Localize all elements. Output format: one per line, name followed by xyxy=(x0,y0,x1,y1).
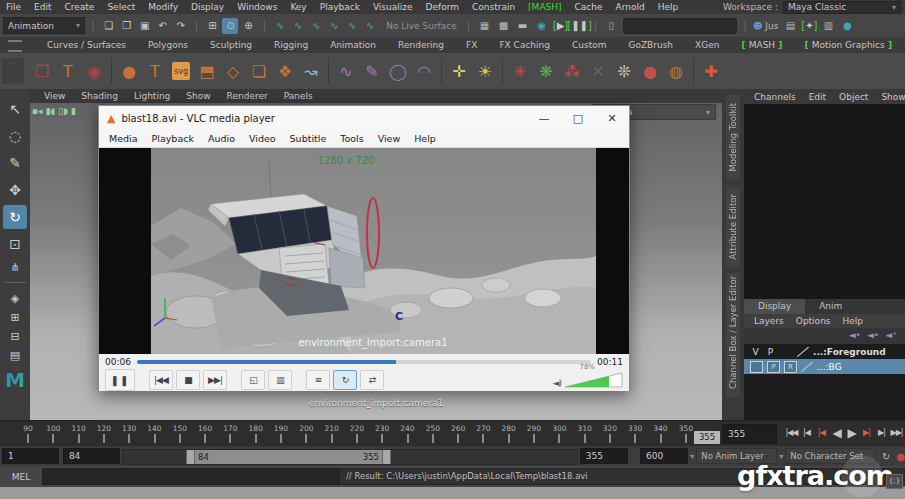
menu-help[interactable]: Help xyxy=(658,2,679,12)
vlc-menu-audio[interactable]: Audio xyxy=(208,133,235,144)
construction-history-icon[interactable]: ∿ xyxy=(344,18,360,34)
menu-select[interactable]: Select xyxy=(107,2,135,12)
shelf-tab-rendering[interactable]: Rendering xyxy=(387,40,455,50)
timeline-tick[interactable]: 340 xyxy=(649,424,673,443)
playback-toggle[interactable]: P xyxy=(767,361,780,373)
timeline-tick[interactable]: 330 xyxy=(623,424,647,443)
layer-color-swatch[interactable] xyxy=(801,362,813,372)
channel-menu-channels[interactable]: Channels xyxy=(754,92,796,102)
next-button[interactable]: ▶▶| xyxy=(203,370,227,390)
viewport-menu-view[interactable]: View xyxy=(44,91,65,101)
menu-constrain[interactable]: Constrain xyxy=(472,2,515,12)
sidebar-tab-modeling-toolkit[interactable]: Modeling Toolkit xyxy=(726,95,740,180)
workspace-dropdown[interactable]: Maya Classic▾ xyxy=(783,1,901,14)
ipr-render-icon[interactable]: ▬ xyxy=(515,18,531,34)
timeline-tick[interactable]: 250 xyxy=(421,424,445,443)
step-back-frame-button[interactable]: |◀ xyxy=(800,424,813,441)
vlc-menu-help[interactable]: Help xyxy=(414,133,436,144)
new-scene-icon[interactable]: ❏ xyxy=(101,18,117,34)
mel-command-input[interactable] xyxy=(42,468,339,485)
menu-visualize[interactable]: Visualize xyxy=(373,2,413,12)
vlc-titlebar[interactable]: ▲ blast18.avi - VLC media player — □ ✕ xyxy=(99,106,629,130)
hypershade-icon[interactable]: ● xyxy=(839,18,855,34)
menu-key[interactable]: Key xyxy=(290,2,306,12)
user-account[interactable]: ☻Jus xyxy=(753,21,778,31)
wave-deformer-icon[interactable]: ∿ xyxy=(334,58,358,84)
move-tool[interactable]: ✥ xyxy=(3,178,27,202)
snap-to-point-icon[interactable]: ⊕ xyxy=(240,18,256,34)
menu-modify[interactable]: Modify xyxy=(148,2,178,12)
vlc-menu-subtitle[interactable]: Subtitle xyxy=(290,133,327,144)
timeline-tick[interactable]: 180 xyxy=(244,424,268,443)
timeline-tick[interactable]: 280 xyxy=(497,424,521,443)
list-icon[interactable]: ▥ xyxy=(820,18,836,34)
quick-select-field[interactable] xyxy=(623,18,737,34)
move-layer-up-icon[interactable]: ◄‣ xyxy=(849,330,861,344)
layer-tab-display[interactable]: Display xyxy=(744,299,805,314)
layer-menu-help[interactable]: Help xyxy=(843,316,864,326)
vlc-menu-media[interactable]: Media xyxy=(109,133,138,144)
step-forward-frame-button[interactable]: ▶| xyxy=(875,424,888,441)
shelf-tab-fx-caching[interactable]: FX Caching xyxy=(488,40,561,50)
vlc-video-area[interactable]: 1280 x 720 C environment_import:camera1 xyxy=(99,148,629,354)
animation-end-field[interactable]: 600 xyxy=(640,448,688,464)
construction-history-icon[interactable]: ∿ xyxy=(272,18,288,34)
paint-select-tool[interactable]: ✎ xyxy=(3,151,27,175)
step-back-key-button[interactable]: |◀ xyxy=(815,424,828,441)
nurbs-circle-icon[interactable]: ◉ xyxy=(82,58,106,84)
time-slider[interactable]: 9010011012013014015016017018019020021022… xyxy=(0,420,905,447)
undo-icon[interactable]: ↶ xyxy=(155,18,171,34)
nurbs-text-icon[interactable]: T xyxy=(56,58,80,84)
sidebar-tab-channel-box-layer-editor[interactable]: Channel Box / Layer Editor xyxy=(726,273,740,397)
layer-tab-anim[interactable]: Anim xyxy=(805,299,856,314)
extended-settings-button[interactable]: ▥ xyxy=(268,370,292,390)
timeline-tick[interactable]: 270 xyxy=(471,424,495,443)
timeline-tick[interactable]: 100 xyxy=(41,424,65,443)
playback-toggle[interactable]: P xyxy=(765,347,776,357)
poly-layers-icon[interactable]: ❖ xyxy=(273,58,297,84)
select-tool[interactable]: ↖ xyxy=(3,97,27,121)
shelf-tab-polygons[interactable]: Polygons xyxy=(137,40,199,50)
play-backwards-button[interactable]: ◀ xyxy=(830,424,843,441)
layer-name[interactable]: ...:BG xyxy=(817,362,842,372)
shelf-tab-rigging[interactable]: Rigging xyxy=(263,40,319,50)
shelf-tab-sculpting[interactable]: Sculpting xyxy=(199,40,263,50)
playlist-button[interactable]: ≡ xyxy=(306,370,330,390)
svg-tool-icon[interactable]: svg xyxy=(172,62,190,80)
shuffle-button[interactable]: ⇄ xyxy=(360,370,384,390)
menu-edit[interactable]: Edit xyxy=(34,2,51,12)
timeline-tick[interactable]: 170 xyxy=(218,424,242,443)
menu-deform[interactable]: Deform xyxy=(426,2,459,12)
current-frame-marker[interactable]: 355 xyxy=(694,431,720,444)
auto-keyframe-icon[interactable]: ● xyxy=(896,451,905,462)
seek-bar[interactable] xyxy=(137,360,591,364)
vlc-menu-playback[interactable]: Playback xyxy=(152,133,194,144)
symmetry-icon[interactable]: ▯ xyxy=(603,18,619,34)
channel-menu-show[interactable]: Show xyxy=(881,92,905,102)
playback-start-field[interactable]: 84 xyxy=(63,448,120,464)
vlc-menu-tools[interactable]: Tools xyxy=(340,133,363,144)
timeline-tick[interactable]: 120 xyxy=(92,424,116,443)
timeline-tick[interactable]: 190 xyxy=(269,424,293,443)
layer-color-swatch[interactable] xyxy=(797,347,809,357)
timeline-tick[interactable]: 150 xyxy=(168,424,192,443)
layer-row[interactable]: V P ...:Foreground xyxy=(744,344,905,359)
timeline-tick[interactable]: 260 xyxy=(446,424,470,443)
menu-cache[interactable]: Cache xyxy=(575,2,603,12)
camera-lock-icon[interactable]: ▪◂ xyxy=(32,106,43,116)
shelf-popup-buttons[interactable]: ◦ xyxy=(2,58,24,84)
playblast-icon[interactable]: [▶] xyxy=(553,18,569,34)
snowflake-icon[interactable]: ❊ xyxy=(612,58,636,84)
image-plane-icon[interactable]: ▮ xyxy=(71,106,76,116)
shelf-tab-mash[interactable]: [ MASH ] xyxy=(730,40,793,50)
joint-tool[interactable]: ⋔ xyxy=(3,259,27,275)
viewport-menu-shading[interactable]: Shading xyxy=(81,91,118,101)
range-slider[interactable]: 84 355 xyxy=(122,449,578,465)
collision-icon[interactable]: ✕ xyxy=(586,58,610,84)
redo-icon[interactable]: ↷ xyxy=(173,18,189,34)
new-layer-icon[interactable]: ◄⁺ xyxy=(885,330,897,344)
construction-history-icon[interactable]: ∿ xyxy=(290,18,306,34)
volume-slider[interactable] xyxy=(565,372,623,388)
camera-icon[interactable]: ▮◖ xyxy=(46,106,56,116)
vlc-menu-video[interactable]: Video xyxy=(249,133,276,144)
